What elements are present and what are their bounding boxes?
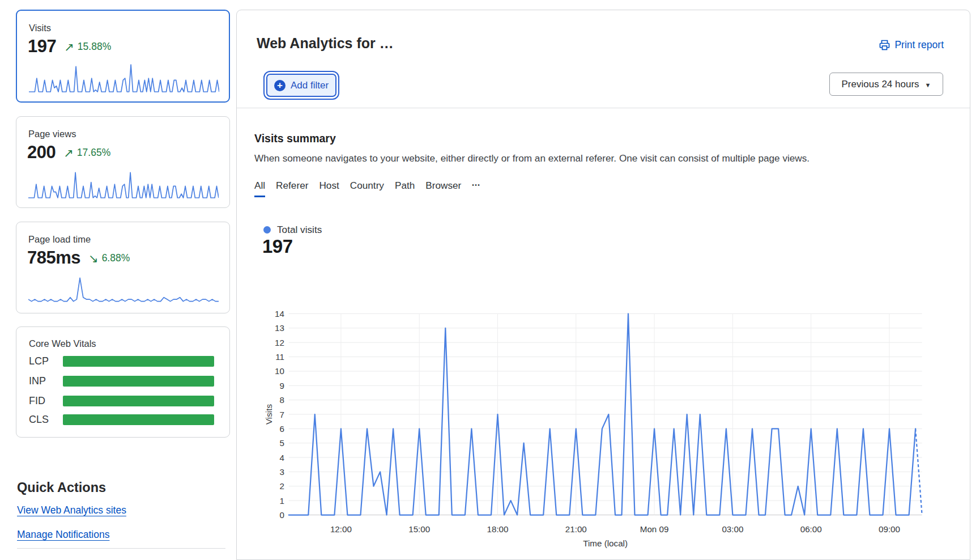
quick-action-link-manage-notifications[interactable]: Manage Notifications [17,529,109,541]
svg-text:15:00: 15:00 [408,524,430,534]
metric-row: 785ms↘6.88% [27,248,229,268]
quick-action-link-view-web-analytics-sites[interactable]: View Web Analytics sites [17,504,126,516]
trend-down-arrow-icon: ↘ [88,252,99,264]
core-web-vitals-card[interactable]: Core Web Vitals LCPINPFIDCLS [16,326,230,438]
svg-text:10: 10 [275,366,284,376]
svg-text:0: 0 [280,510,284,520]
svg-text:5: 5 [280,438,284,448]
cwv-status-bar [63,396,214,406]
print-report-label: Print report [894,39,944,51]
trend-percent: 6.88% [102,252,130,264]
cwv-status-bar [63,376,214,387]
sparkline-chart [28,275,219,304]
sparkline-chart [28,169,219,199]
metric-card-page-load-time[interactable]: Page load time785ms↘6.88% [16,222,230,313]
cwv-label: CLS [29,414,63,426]
metric-card-page-views[interactable]: Page views200↗17.65% [16,116,230,208]
quick-actions-title: Quick Actions [17,480,106,495]
trend-percent: 15.88% [78,41,111,53]
trend-up-arrow-icon: ↗ [64,41,74,53]
tab-referer[interactable]: Referer [276,180,308,197]
visits-summary-description: When someone navigates to your website, … [254,152,809,164]
cwv-label: INP [29,375,63,387]
cwv-row-lcp: LCP [29,355,214,367]
tab-all[interactable]: All [254,180,265,197]
svg-text:14: 14 [275,309,284,319]
sparkline-container [28,275,219,307]
metric-card-label: Page load time [28,234,229,245]
trend-indicator: ↗17.65% [63,147,110,159]
svg-text:03:00: 03:00 [722,524,743,534]
sparkline-chart [29,63,219,93]
svg-text:11: 11 [275,352,284,362]
svg-text:8: 8 [280,395,284,405]
svg-text:09:00: 09:00 [879,524,900,534]
cwv-row-cls: CLS [29,414,214,426]
print-report-link[interactable]: Print report [879,39,944,51]
tab-more-options[interactable]: ••• [472,182,480,195]
core-web-vitals-title: Core Web Vitals [29,338,229,349]
metric-value: 785ms [27,248,80,268]
chart-legend: Total visits [263,224,322,236]
add-filter-label: Add filter [291,80,329,91]
cwv-label: LCP [29,355,63,367]
tab-browser[interactable]: Browser [425,180,461,197]
trend-up-arrow-icon: ↗ [63,147,74,159]
tab-host[interactable]: Host [319,180,339,197]
svg-text:2: 2 [280,481,284,491]
metric-card-label: Page views [28,129,229,139]
legend-dot-icon [263,226,271,234]
svg-text:Time (local): Time (local) [583,538,628,548]
svg-text:7: 7 [280,410,284,419]
svg-text:3: 3 [280,467,284,477]
svg-text:21:00: 21:00 [565,524,587,534]
cwv-label: FID [29,395,63,407]
svg-text:6: 6 [280,424,284,434]
cwv-status-bar [63,414,214,425]
chevron-down-icon: ▼ [925,82,931,88]
trend-indicator: ↗15.88% [64,41,111,53]
tab-country[interactable]: Country [350,180,384,197]
add-filter-button[interactable]: + Add filter [266,74,336,97]
svg-text:4: 4 [280,453,284,463]
svg-text:06:00: 06:00 [800,524,822,534]
metric-value: 197 [28,36,56,57]
sparkline-container [28,169,219,201]
sparkline-container [29,63,219,95]
header-divider [237,108,970,108]
svg-text:12:00: 12:00 [330,524,352,534]
trend-indicator: ↘6.88% [88,252,130,264]
printer-icon [879,40,890,50]
main-panel: Web Analytics for … Print report + Add f… [236,10,970,560]
svg-text:1: 1 [280,496,284,506]
svg-text:13: 13 [275,323,284,333]
svg-text:Visits: Visits [264,404,274,425]
visits-summary-title: Visits summary [254,132,336,145]
svg-text:18:00: 18:00 [487,524,508,534]
svg-text:9: 9 [280,381,284,391]
dimension-tabs: AllRefererHostCountryPathBrowser••• [254,180,480,197]
time-range-dropdown[interactable]: Previous 24 hours ▼ [829,73,943,96]
cwv-status-bar [63,356,214,367]
metric-value: 200 [27,142,56,163]
metric-row: 197↗15.88% [28,36,229,57]
svg-text:Mon 09: Mon 09 [640,524,669,534]
trend-percent: 17.65% [77,147,110,159]
svg-text:12: 12 [275,338,284,347]
cwv-row-fid: FID [29,395,214,407]
total-visits-value: 197 [262,236,293,257]
sidebar-divider [17,548,225,549]
metric-card-label: Visits [29,23,229,33]
metric-card-visits[interactable]: Visits197↗15.88% [16,10,230,103]
page-title: Web Analytics for … [257,35,394,52]
time-range-value: Previous 24 hours [842,79,919,90]
legend-label: Total visits [277,224,322,236]
tab-path[interactable]: Path [395,180,415,197]
plus-circle-icon: + [274,80,286,91]
web-analytics-dashboard: Visits197↗15.88%Page views200↗17.65%Page… [0,0,980,560]
cwv-row-inp: INP [29,375,214,387]
metric-row: 200↗17.65% [27,142,229,163]
